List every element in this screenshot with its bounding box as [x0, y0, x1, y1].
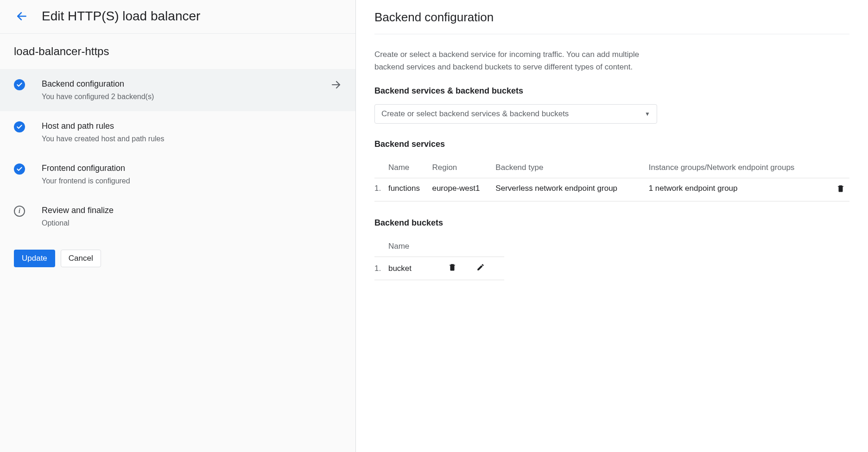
row-index: 1. [374, 178, 388, 201]
col-name: Name [388, 157, 432, 178]
step-title: Host and path rules [42, 121, 342, 131]
delete-button[interactable] [836, 184, 845, 193]
info-icon: i [14, 206, 25, 217]
right-pane: Backend configuration Create or select a… [356, 0, 868, 452]
step-frontend-configuration[interactable]: Frontend configuration Your frontend is … [0, 153, 355, 195]
step-title: Review and finalize [42, 206, 342, 215]
table-row: 1. bucket [374, 257, 504, 280]
services-heading: Backend services [374, 139, 849, 149]
col-region: Region [432, 157, 495, 178]
steps-list: Backend configuration You have configure… [0, 69, 355, 238]
svc-region: europe-west1 [432, 178, 495, 201]
arrow-right-icon [330, 79, 342, 90]
right-title: Backend configuration [374, 0, 849, 34]
trash-icon [448, 263, 456, 272]
step-subtitle: Optional [42, 219, 342, 227]
chevron-down-icon: ▼ [645, 111, 650, 117]
check-icon [14, 79, 25, 90]
svc-name: functions [388, 178, 432, 201]
trash-icon [836, 184, 845, 193]
col-type: Backend type [495, 157, 648, 178]
col-groups: Instance groups/Network endpoint groups [649, 157, 831, 178]
step-subtitle: Your frontend is configured [42, 177, 342, 185]
section-heading: Backend services & backend buckets [374, 86, 849, 96]
step-title: Backend configuration [42, 79, 326, 89]
arrow-left-icon [16, 10, 28, 22]
backend-buckets-table: Name 1. bucket [374, 236, 504, 280]
action-buttons: Update Cancel [0, 238, 355, 279]
bucket-name: bucket [388, 257, 448, 280]
step-host-path-rules[interactable]: Host and path rules You have created hos… [0, 111, 355, 153]
step-review-finalize[interactable]: i Review and finalize Optional [0, 195, 355, 238]
update-button[interactable]: Update [14, 250, 55, 267]
lb-name: load-balancer-https [0, 34, 355, 69]
cancel-button[interactable]: Cancel [61, 250, 101, 267]
step-backend-configuration[interactable]: Backend configuration You have configure… [0, 69, 355, 111]
step-title: Frontend configuration [42, 163, 342, 173]
table-row: 1. functions europe-west1 Serverless net… [374, 178, 849, 201]
col-name: Name [388, 236, 448, 257]
step-chevron [326, 79, 342, 90]
edit-button[interactable] [476, 263, 485, 271]
check-icon [14, 121, 25, 132]
buckets-heading: Backend buckets [374, 218, 849, 228]
back-button[interactable] [14, 8, 30, 24]
left-pane: Edit HTTP(S) load balancer load-balancer… [0, 0, 356, 452]
pencil-icon [476, 263, 485, 271]
check-icon [14, 163, 25, 175]
right-description: Create or select a backend service for i… [374, 48, 662, 73]
page-title: Edit HTTP(S) load balancer [42, 9, 200, 24]
dropdown-placeholder: Create or select backend services & back… [381, 109, 569, 119]
backend-dropdown[interactable]: Create or select backend services & back… [374, 104, 657, 124]
left-header: Edit HTTP(S) load balancer [0, 0, 355, 34]
delete-button[interactable] [448, 263, 456, 272]
svc-type: Serverless network endpoint group [495, 178, 648, 201]
row-index: 1. [374, 257, 388, 280]
step-subtitle: You have configured 2 backend(s) [42, 93, 326, 101]
svc-groups: 1 network endpoint group [649, 178, 831, 201]
backend-services-table: Name Region Backend type Instance groups… [374, 157, 849, 201]
step-subtitle: You have created host and path rules [42, 135, 342, 143]
